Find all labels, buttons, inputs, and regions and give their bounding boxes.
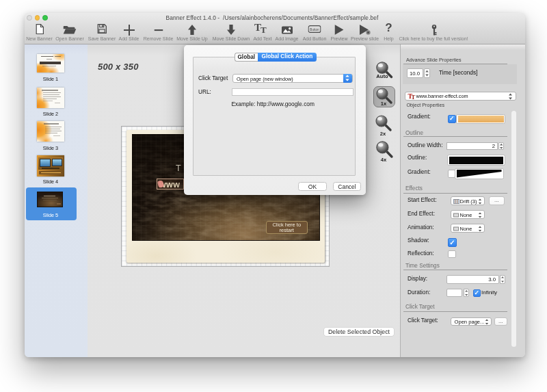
svg-text:T: T bbox=[176, 164, 181, 173]
svg-text:Button: Button bbox=[310, 27, 319, 31]
